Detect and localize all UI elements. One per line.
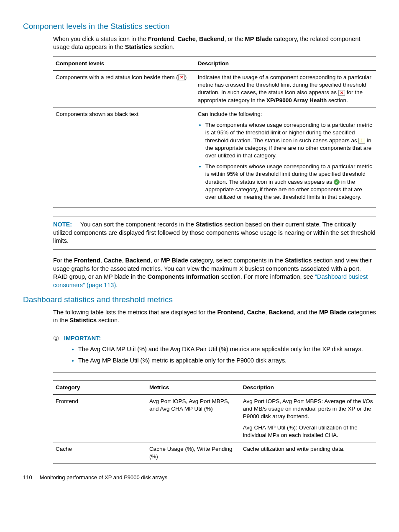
text: , and the xyxy=(294,309,319,316)
table-header: Category xyxy=(53,380,147,394)
bold: Backend xyxy=(199,36,224,42)
bold: Frontend xyxy=(74,257,100,264)
text: , or the xyxy=(224,36,245,42)
paragraph: For the Frontend, Cache, Backend, or MP … xyxy=(53,257,376,289)
text: section. xyxy=(327,97,348,103)
bold: MP Blade xyxy=(319,309,346,316)
bold: Frontend xyxy=(217,309,244,316)
section-heading-component-levels: Component levels in the Statistics secti… xyxy=(23,21,376,32)
bold: Components Information xyxy=(147,273,219,280)
bold: Statistics xyxy=(125,44,152,50)
cell-text: ) xyxy=(185,74,187,80)
ok-status-icon: ✓ xyxy=(334,179,340,185)
table-row: Frontend Avg Port IOPS, Avg Port MBPS, a… xyxy=(53,394,376,442)
bold: Statistics xyxy=(70,317,97,324)
section2-intro: The following table lists the metrics th… xyxy=(53,308,376,325)
list-item: The components whose usage corresponding… xyxy=(205,163,373,201)
table-header: Description xyxy=(195,57,376,70)
cell-text: Can include the following: xyxy=(198,111,373,118)
text: , or xyxy=(151,257,161,264)
cell-text: Avg Port IOPS, Avg Port MBPS: Average of… xyxy=(243,398,373,421)
table-row: Components with a red status icon beside… xyxy=(53,70,376,107)
list-item: The components whose usage corresponding… xyxy=(205,121,373,159)
important-icon: ① xyxy=(53,334,64,368)
cell-text: Cache xyxy=(53,442,147,463)
warning-status-icon: ! xyxy=(358,138,365,144)
bold: Cache xyxy=(104,257,122,264)
note-block: NOTE: You can sort the component records… xyxy=(53,216,376,250)
bold: MP Blade xyxy=(161,257,188,264)
text: When you click a status icon in the xyxy=(53,36,148,42)
cell-text: Cache utilization and write pending data… xyxy=(240,442,376,463)
critical-status-icon: ✕ xyxy=(178,75,185,80)
page-number: 110 xyxy=(23,474,32,481)
table-header: Metrics xyxy=(147,380,240,394)
bold: Backend xyxy=(125,257,150,264)
important-label: IMPORTANT: xyxy=(64,334,376,343)
text: The components whose usage corresponding… xyxy=(205,122,372,143)
component-levels-table: Component levels Description Components … xyxy=(53,57,376,208)
cell-text: Avg Port IOPS, Avg Port MBPS, and Avg CH… xyxy=(147,394,240,442)
bold: MP Blade xyxy=(245,36,272,42)
bold: Cache xyxy=(177,36,196,42)
cell-text: Components shown as black text xyxy=(53,107,195,207)
important-block: ① IMPORTANT: The Avg CHA MP Util (%) and… xyxy=(53,330,376,373)
text: section. xyxy=(97,317,119,324)
text: , xyxy=(196,36,199,42)
bold: Statistics xyxy=(285,257,312,264)
bold: Statistics xyxy=(196,221,223,228)
cell-text: Indicates that the usage of a component … xyxy=(198,74,373,104)
table-row: Cache Cache Usage (%), Write Pending (%)… xyxy=(53,442,376,463)
text: For the xyxy=(53,257,74,264)
text: section. xyxy=(152,44,174,50)
section1-intro: When you click a status icon in the Fron… xyxy=(53,35,376,51)
cell-list: The components whose usage corresponding… xyxy=(198,121,373,201)
section-heading-dashboard-statistics: Dashboard statistics and threshold metri… xyxy=(23,294,376,305)
cell-text: Components with a red status icon beside… xyxy=(56,74,178,80)
note-text: You can sort the component records in th… xyxy=(80,221,196,228)
text: section. For more information, see xyxy=(220,273,315,280)
text: The following table lists the metrics th… xyxy=(53,309,217,316)
bold: XP/P9000 Array Health xyxy=(266,97,327,103)
bold: Backend xyxy=(269,309,294,316)
table-header: Description xyxy=(240,380,376,394)
page-footer: 110 Monitoring performance of XP and P90… xyxy=(23,474,376,481)
cell-text: Frontend xyxy=(53,394,147,442)
metrics-table: Category Metrics Description Frontend Av… xyxy=(53,380,376,464)
bold: Cache xyxy=(247,309,265,316)
cell-text: Cache Usage (%), Write Pending (%) xyxy=(147,442,240,463)
critical-status-icon: ✕ xyxy=(338,90,345,96)
cell-text: Avg CHA MP Util (%): Overall utilization… xyxy=(243,424,373,439)
important-list: The Avg CHA MP Util (%) and the Avg DKA … xyxy=(64,345,376,365)
list-item: The Avg CHA MP Util (%) and the Avg DKA … xyxy=(78,345,376,354)
list-item: The Avg MP Blade Util (%) metric is appl… xyxy=(78,357,376,365)
text: . xyxy=(116,282,118,288)
note-label: NOTE: xyxy=(53,221,72,228)
table-row: Components shown as black text Can inclu… xyxy=(53,107,376,207)
text: , xyxy=(265,309,269,316)
text: category, select components in the xyxy=(188,257,285,264)
text: , xyxy=(100,257,104,264)
footer-text: Monitoring performance of XP and P9000 d… xyxy=(40,474,167,481)
bold: Frontend xyxy=(148,36,174,42)
table-header: Component levels xyxy=(53,57,195,70)
